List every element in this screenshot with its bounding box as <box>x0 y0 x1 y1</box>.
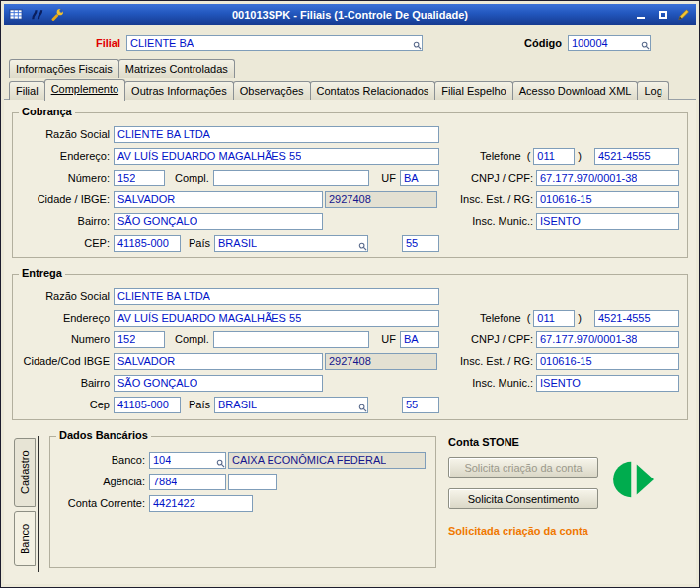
ent-cidade-field[interactable]: SALVADOR <box>114 353 323 370</box>
ent-numero-row: Numero 152 Compl. UF BA CNPJ / CPF: 67.1… <box>21 329 679 350</box>
cob-uf-field[interactable]: BA <box>400 170 439 186</box>
ent-ibge-field: 2927408 <box>325 353 437 370</box>
cob-bairro-row: Bairro: SÃO GONÇALO Insc. Munic.: ISENTO <box>21 210 679 232</box>
cob-ibge-field: 2927408 <box>325 191 437 208</box>
cob-endereco-field[interactable]: AV LUÍS EDUARDO MAGALHÃES 55 <box>114 148 439 165</box>
cob-numero-field[interactable]: 152 <box>114 170 165 186</box>
edit-pencil-icon[interactable] <box>676 7 691 22</box>
tab-filial[interactable]: Filial <box>9 81 45 100</box>
tab-acesso-download-xml[interactable]: Acesso Download XML <box>512 81 639 100</box>
search-icon[interactable] <box>358 404 367 412</box>
ent-endereco-field[interactable]: AV LUÍS EDUARDO MAGALHÃES 55 <box>114 310 439 327</box>
ent-cidade-row: Cidade/Cod IBGE SALVADOR 2927408 Insc. E… <box>21 350 679 372</box>
ent-uf-field[interactable]: BA <box>400 331 439 348</box>
ent-ddd-field[interactable]: 011 <box>533 310 575 327</box>
ent-compl-field[interactable] <box>213 331 369 348</box>
solicita-criacao-button[interactable]: Solicita criação da conta <box>448 457 598 478</box>
wrench-icon[interactable] <box>50 8 64 22</box>
cob-numero-row: Número: 152 Compl. UF BA CNPJ / CPF: 67.… <box>21 167 679 188</box>
cob-insc-mun-field[interactable]: ISENTO <box>536 213 679 230</box>
conta-corrente-field[interactable]: 4421422 <box>149 495 253 512</box>
conta-stone-title: Conta STONE <box>448 436 682 448</box>
ent-bairro-label: Bairro <box>21 377 110 389</box>
ent-pais-label: País <box>189 399 210 410</box>
cob-pais-field[interactable]: BRASIL <box>214 235 368 252</box>
ent-cep-field[interactable]: 41185-000 <box>114 397 181 413</box>
ent-razao-label: Razão Social <box>21 290 110 302</box>
ent-endereco-label: Endereço <box>21 312 110 324</box>
tab-log[interactable]: Log <box>637 81 668 100</box>
cobranca-title: Cobrança <box>19 106 75 117</box>
cob-endereco-row: Endereço: AV LUÍS EDUARDO MAGALHÃES 55 T… <box>21 145 679 167</box>
conta-row: Conta Corrente: 4421422 <box>58 492 428 514</box>
cob-compl-field[interactable] <box>213 170 369 186</box>
tab-matrizes-controladas[interactable]: Matrizes Controladas <box>118 59 235 78</box>
search-icon[interactable] <box>641 41 650 50</box>
ent-uf-label: UF <box>381 333 396 345</box>
ent-bairro-field[interactable]: SÃO GONÇALO <box>114 375 323 392</box>
ent-insc-mun-label: Insc. Munic.: <box>472 377 533 389</box>
tab-filial-espelho[interactable]: Filial Espelho <box>434 81 512 100</box>
cob-insc-est-field[interactable]: 010616-15 <box>536 191 679 208</box>
agencia-dv-field[interactable] <box>228 474 277 490</box>
tab-outras-informacoes[interactable]: Outras Informações <box>124 81 234 100</box>
cob-cidade-row: Cidade / IBGE: SALVADOR 2927408 Insc. Es… <box>21 188 679 210</box>
ent-razao-field[interactable]: CLIENTE BA LTDA <box>114 288 439 305</box>
tab-complemento[interactable]: Complemento <box>44 79 125 101</box>
ent-endereco-row: Endereço AV LUÍS EDUARDO MAGALHÃES 55 Te… <box>21 307 679 329</box>
solicita-consentimento-button[interactable]: Solicita Consentimento <box>448 488 598 509</box>
search-icon[interactable] <box>358 242 367 251</box>
cob-cep-label: CEP: <box>21 237 110 249</box>
cob-ddd-field[interactable]: 011 <box>533 148 575 165</box>
ent-insc-est-field[interactable]: 010616-15 <box>536 353 679 370</box>
cob-cep-field[interactable]: 41185-000 <box>114 235 181 252</box>
maximize-button[interactable] <box>655 8 670 22</box>
cob-bairro-field[interactable]: SÃO GONÇALO <box>114 213 323 230</box>
dados-bancarios-group: Dados Bancários Banco: 104 CAIXA ECONÔMI… <box>49 436 436 568</box>
cob-cnpj-label: CNPJ / CPF: <box>471 172 533 184</box>
cob-telefone-label: Telefone <box>480 150 521 162</box>
ent-pais-field[interactable]: BRASIL <box>214 397 368 413</box>
cob-razao-label: Razão Social <box>21 128 110 140</box>
ent-cnpj-field[interactable]: 67.177.970/0001-38 <box>536 331 679 348</box>
app-logo-icon <box>30 8 44 21</box>
cob-pais-cod-field[interactable]: 55 <box>402 235 439 252</box>
cob-telefone-field[interactable]: 4521-4555 <box>594 148 679 165</box>
ent-cep-label: Cep <box>21 399 110 410</box>
cob-compl-label: Compl. <box>175 172 209 184</box>
tab-informacoes-fiscais[interactable]: Informações Fiscais <box>9 59 119 78</box>
cob-razao-field[interactable]: CLIENTE BA LTDA <box>114 126 439 143</box>
search-icon[interactable] <box>216 459 225 468</box>
cob-uf-label: UF <box>381 172 396 184</box>
minimize-button[interactable] <box>633 8 649 22</box>
ent-pais-cod-field[interactable]: 55 <box>402 397 439 413</box>
bottom-section: Cadastro Banco Dados Bancários Banco: 10… <box>14 436 684 572</box>
ent-cep-row: Cep 41185-000 País BRASIL 55 <box>21 394 679 415</box>
ent-numero-field[interactable]: 152 <box>114 331 165 348</box>
ent-insc-mun-field[interactable]: ISENTO <box>536 375 679 392</box>
cob-razao-row: Razão Social CLIENTE BA LTDA <box>21 123 679 145</box>
filial-input[interactable]: CLIENTE BA <box>126 35 423 51</box>
ent-compl-label: Compl. <box>175 333 209 345</box>
stone-status-text: Solicitada criação da conta <box>448 525 682 537</box>
search-icon[interactable] <box>413 41 422 50</box>
ent-cidade-label: Cidade/Cod IBGE <box>21 355 110 367</box>
banco-codigo-field[interactable]: 104 <box>149 452 226 469</box>
cob-cidade-field[interactable]: SALVADOR <box>114 191 323 208</box>
tab-contatos-relacionados[interactable]: Contatos Relacionados <box>310 81 436 100</box>
cob-cep-row: CEP: 41185-000 País BRASIL 55 <box>21 232 679 254</box>
cob-cnpj-field[interactable]: 67.177.970/0001-38 <box>536 170 679 186</box>
ent-telefone-field[interactable]: 4521-4555 <box>594 310 679 327</box>
cob-cidade-label: Cidade / IBGE: <box>21 193 110 205</box>
tab-observacoes[interactable]: Observações <box>233 81 311 100</box>
agencia-field[interactable]: 7884 <box>149 474 226 490</box>
conta-corrente-label: Conta Corrente: <box>58 497 145 509</box>
cob-insc-mun-label: Insc. Munic.: <box>472 215 533 227</box>
agencia-row: Agência: 7884 <box>58 471 428 492</box>
vtab-cadastro[interactable]: Cadastro <box>14 438 36 507</box>
vtab-banco[interactable]: Banco <box>14 511 36 566</box>
record-header: Filial CLIENTE BA Código 100004 <box>4 25 696 57</box>
codigo-input[interactable]: 100004 <box>568 35 651 51</box>
cob-endereco-label: Endereço: <box>21 150 110 162</box>
cob-bairro-label: Bairro: <box>21 215 110 227</box>
